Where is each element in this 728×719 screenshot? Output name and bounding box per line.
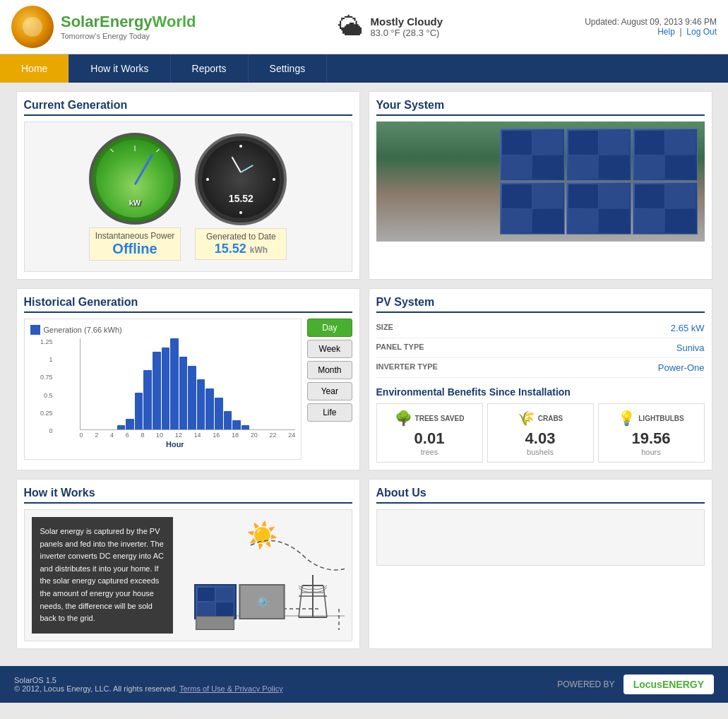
logout-link[interactable]: Log Out — [686, 27, 717, 37]
instantaneous-label-box: Instantaneous Power Offline — [89, 227, 181, 261]
crabs-title: 🌾 CRABS — [494, 410, 587, 427]
x-12: 12 — [175, 432, 182, 439]
weather-area: 🌥 Mostly Cloudy 83.0 °F (28.3 °C) — [338, 12, 443, 42]
tagline: Tomorrow's Energy Today — [61, 32, 196, 41]
bar-17 — [232, 420, 241, 429]
pv-row-inverter: INVERTER TYPE Power-One — [376, 358, 705, 378]
weather-icon: 🌥 — [338, 12, 364, 42]
x-24: 24 — [288, 432, 295, 439]
bar-10 — [170, 338, 179, 429]
how-description: Solar energy is captured by the PV panel… — [32, 517, 173, 634]
about-us-section: About Us — [369, 479, 712, 649]
locus-text: Locus — [633, 679, 662, 690]
bar-13 — [197, 379, 205, 429]
year-button[interactable]: Year — [307, 382, 352, 400]
trees-label: TREES SAVED — [415, 415, 465, 422]
ground-box — [196, 616, 234, 630]
bar-9 — [162, 347, 170, 429]
about-us-title: About Us — [376, 487, 705, 504]
instantaneous-label: Instantaneous Power — [95, 231, 175, 241]
chart-inner: 1.25 1 0.75 0.5 0.25 0 0 2 4 6 — [30, 338, 296, 448]
bar-8 — [153, 352, 161, 429]
nav: Home How it Works Reports Settings — [0, 54, 728, 83]
chart-legend: Generation (7.66 kWh) — [30, 325, 296, 335]
trees-value: 0.01 — [383, 429, 477, 448]
x-axis: 0 2 4 6 8 10 12 14 16 18 20 22 24 — [80, 430, 296, 439]
powered-by-text: POWERED BY — [557, 679, 614, 689]
clock-gauge-face: 15.52 — [195, 133, 287, 225]
your-system-title: Your System — [376, 99, 705, 116]
crabs-label: CRABS — [538, 415, 563, 422]
nav-settings[interactable]: Settings — [249, 54, 328, 83]
panel-value: Suniva — [676, 343, 705, 353]
bar-6 — [135, 393, 143, 429]
trees-title: 🌳 TREES SAVED — [383, 410, 477, 427]
chart-area: Generation (7.66 kWh) 1.25 1 0.75 0.5 0.… — [24, 319, 352, 460]
size-value: 2.65 kW — [671, 323, 705, 333]
env-cards: 🌳 TREES SAVED 0.01 trees 🌾 CRABS 4.03 bu… — [376, 403, 705, 463]
nav-how-it-works[interactable]: How it Works — [69, 54, 170, 83]
nav-home[interactable]: Home — [0, 54, 69, 83]
crabs-unit: bushels — [494, 448, 587, 456]
env-card-crabs: 🌾 CRABS 4.03 bushels — [487, 403, 594, 463]
how-it-works-section: How it Works Solar energy is captured by… — [16, 479, 360, 649]
inverter-diagram: ⚙️ — [239, 584, 285, 619]
footer-left: SolarOS 1.5 © 2012, Locus Energy, LLC. A… — [14, 676, 283, 693]
weather-condition: Mostly Cloudy — [371, 16, 443, 28]
weather-temp: 83.0 °F (28.3 °C) — [371, 28, 443, 38]
gauge-dial: kW — [89, 133, 181, 225]
bar-15 — [215, 398, 223, 429]
inverter-label: INVERTER TYPE — [376, 362, 438, 373]
help-link[interactable]: Help — [657, 27, 675, 37]
bar-7 — [143, 370, 152, 429]
y-label-075: 0.75 — [40, 374, 53, 381]
env-card-trees: 🌳 TREES SAVED 0.01 trees — [376, 403, 483, 463]
week-button[interactable]: Week — [307, 340, 352, 358]
x-14: 14 — [194, 432, 201, 439]
life-button[interactable]: Life — [307, 403, 352, 422]
brand-text: SolarEnergy — [61, 13, 153, 30]
bar-5 — [126, 419, 134, 429]
terms-link[interactable]: Terms of Use & Privacy Policy — [179, 684, 283, 693]
month-button[interactable]: Month — [307, 361, 352, 379]
how-content: Solar energy is captured by the PV panel… — [24, 509, 352, 641]
generated-unit: kWh — [250, 245, 268, 255]
brand-name: SolarEnergyWorld — [61, 13, 196, 31]
lightbulbs-label: LIGHTBULBS — [638, 415, 684, 422]
lightbulb-icon: 💡 — [618, 410, 635, 427]
lightbulbs-title: 💡 LIGHTBULBS — [604, 410, 698, 427]
historical-generation-section: Historical Generation Generation (7.66 k… — [16, 288, 360, 470]
x-22: 22 — [269, 432, 276, 439]
bar-11 — [179, 357, 188, 429]
day-button[interactable]: Day — [307, 319, 352, 337]
logo-area: SolarEnergyWorld Tomorrow's Energy Today — [11, 6, 196, 48]
clock-gauge: 15.52 — [195, 133, 287, 225]
env-benefits-title: Environmental Benefits Since Installatio… — [376, 386, 705, 398]
chart: Generation (7.66 kWh) 1.25 1 0.75 0.5 0.… — [24, 319, 302, 460]
y-label-05: 0.5 — [44, 392, 53, 399]
lightbulbs-value: 19.56 — [604, 429, 698, 448]
copyright-text: © 2012, Locus Energy, LLC. All rights re… — [14, 684, 177, 693]
x-axis-title: Hour — [55, 440, 296, 448]
y-label-025: 0.25 — [40, 410, 53, 417]
instantaneous-value: Offline — [95, 241, 175, 257]
main-content: Current Generation kW — [8, 83, 721, 658]
update-area: Updated: August 09, 2013 9:46 PM Help | … — [585, 17, 717, 37]
x-6: 6 — [126, 432, 129, 439]
x-4: 4 — [110, 432, 114, 439]
historical-gen-title: Historical Generation — [24, 296, 352, 313]
x-2: 2 — [95, 432, 98, 439]
gauge-background: kW — [89, 133, 181, 225]
weather-info: Mostly Cloudy 83.0 °F (28.3 °C) — [371, 16, 443, 38]
x-8: 8 — [141, 432, 144, 439]
your-system-section: Your System — [369, 91, 712, 280]
clock-display: 15.52 — [202, 193, 280, 204]
generated-to-date-gauge: 15.52 Generated to Date 15.52 kWh — [195, 133, 287, 260]
how-it-works-title: How it Works — [24, 487, 352, 504]
pv-row-size: SIZE 2.65 kW — [376, 319, 705, 338]
logo-icon — [11, 6, 54, 48]
legend-color-box — [30, 325, 40, 335]
x-10: 10 — [156, 432, 163, 439]
energy-text: ENERGY — [662, 679, 704, 690]
nav-reports[interactable]: Reports — [171, 54, 249, 83]
